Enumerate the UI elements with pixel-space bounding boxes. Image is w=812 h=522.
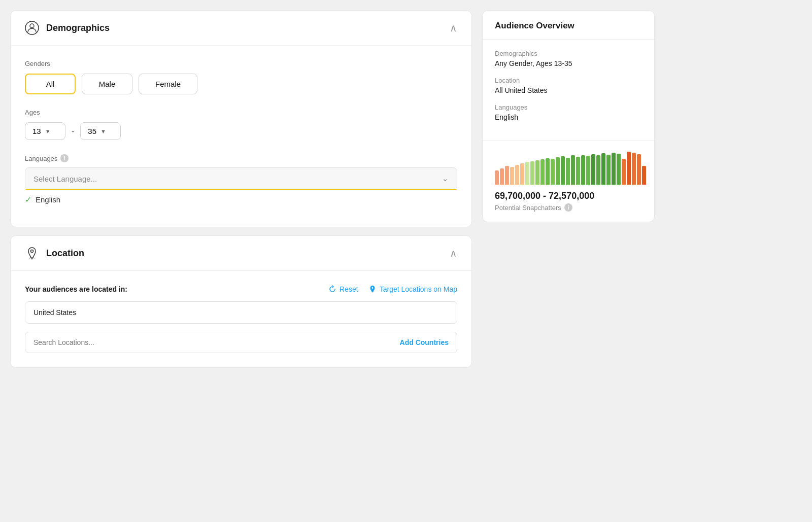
chart-bar <box>596 155 600 185</box>
demographics-card: Demographics ∧ Genders All Male Female A… <box>10 10 472 227</box>
overview-body: Demographics Any Gender, Ages 13-35 Loca… <box>483 40 654 141</box>
map-label: Target Locations on Map <box>380 285 457 293</box>
overview-demographics-section: Demographics Any Gender, Ages 13-35 <box>495 50 642 67</box>
location-header-left: Location <box>25 246 84 260</box>
chart-bar <box>612 153 616 185</box>
reset-button[interactable]: Reset <box>328 285 358 293</box>
age-max-value: 35 <box>88 127 96 135</box>
chart-bar <box>515 165 519 185</box>
demographics-collapse-icon[interactable]: ∧ <box>450 22 457 34</box>
genders-label: Genders <box>25 60 457 67</box>
location-actions: Reset Target Locations on Map <box>328 285 457 293</box>
chart-bar <box>591 154 595 185</box>
overview-demographics-value: Any Gender, Ages 13-35 <box>495 59 642 67</box>
language-dropdown[interactable]: Select Language... ⌄ <box>25 167 457 190</box>
age-min-value: 13 <box>32 127 41 135</box>
location-tag-container: United States <box>25 301 457 324</box>
chart-container: 69,700,000 - 72,570,000 Potential Snapch… <box>483 141 654 222</box>
chart-bar <box>530 161 534 185</box>
chart-bar <box>601 153 605 185</box>
reset-label: Reset <box>340 285 358 293</box>
chart-bar <box>581 155 585 185</box>
languages-section: Languages i Select Language... ⌄ ✓ Engli… <box>25 154 457 204</box>
overview-header: Audience Overview <box>483 11 654 40</box>
overview-languages-value: English <box>495 113 642 121</box>
language-placeholder: Select Language... <box>33 175 97 183</box>
chart-bar <box>500 168 504 185</box>
audiences-label: Your audiences are located in: <box>25 285 127 293</box>
svg-point-1 <box>30 24 34 28</box>
add-countries-button[interactable]: Add Countries <box>400 338 449 346</box>
chart-bar <box>505 166 509 185</box>
map-pin-icon <box>368 285 377 293</box>
gender-all-button[interactable]: All <box>25 74 76 94</box>
demographics-body: Genders All Male Female Ages 13 ▼ - 35 <box>11 46 471 227</box>
person-icon <box>25 21 39 35</box>
chart-bar <box>632 153 636 185</box>
selected-language-row: ✓ English <box>25 195 457 204</box>
chart-bar <box>606 155 611 185</box>
overview-title: Audience Overview <box>495 21 574 30</box>
audience-sub-label: Potential Snapchatters <box>495 204 561 212</box>
chart-bar <box>571 155 575 185</box>
ages-label: Ages <box>25 109 457 116</box>
audience-info-icon: i <box>564 203 572 212</box>
ages-row: 13 ▼ - 35 ▼ <box>25 122 457 140</box>
age-separator: - <box>72 127 74 136</box>
map-button[interactable]: Target Locations on Map <box>368 285 457 293</box>
svg-point-5 <box>371 287 373 289</box>
location-header-row: Your audiences are located in: Reset <box>25 285 457 293</box>
audience-label-row: Potential Snapchatters i <box>495 203 642 212</box>
gender-buttons: All Male Female <box>25 74 457 94</box>
demographics-header-left: Demographics <box>25 21 110 35</box>
location-body: Your audiences are located in: Reset <box>11 271 471 367</box>
language-chevron: ⌄ <box>442 174 449 183</box>
svg-point-3 <box>31 250 33 253</box>
overview-location-label: Location <box>495 77 642 84</box>
audience-overview-card: Audience Overview Demographics Any Gende… <box>482 10 655 222</box>
languages-info-icon: i <box>60 154 69 162</box>
overview-languages-label: Languages <box>495 103 642 111</box>
chart-bar <box>535 160 539 185</box>
overview-location-section: Location All United States <box>495 77 642 94</box>
overview-demographics-label: Demographics <box>495 50 642 57</box>
overview-location-value: All United States <box>495 86 642 94</box>
gender-male-button[interactable]: Male <box>82 74 132 94</box>
chart-bar <box>576 157 580 185</box>
overview-languages-section: Languages English <box>495 103 642 121</box>
age-max-select[interactable]: 35 ▼ <box>80 122 121 140</box>
chart-bar <box>556 157 560 185</box>
chart-bar <box>642 166 646 185</box>
age-max-chevron: ▼ <box>100 128 106 134</box>
search-locations-input[interactable] <box>33 338 400 346</box>
chart-bar <box>525 162 529 185</box>
gender-female-button[interactable]: Female <box>139 74 197 94</box>
languages-label-row: Languages i <box>25 154 457 162</box>
location-icon <box>25 246 39 260</box>
demographics-header: Demographics ∧ <box>11 11 471 46</box>
chart-bar <box>622 159 626 185</box>
chart-bar <box>637 154 641 185</box>
age-min-select[interactable]: 13 ▼ <box>25 122 65 140</box>
svg-point-2 <box>25 247 39 260</box>
demographics-title: Demographics <box>46 23 110 33</box>
audience-bar-chart <box>495 149 642 185</box>
chart-bar <box>617 154 621 185</box>
chart-bar <box>627 152 631 185</box>
location-collapse-icon[interactable]: ∧ <box>450 247 457 259</box>
chart-bar <box>561 156 565 185</box>
age-min-chevron: ▼ <box>45 128 51 134</box>
languages-label: Languages <box>25 155 57 162</box>
audience-range: 69,700,000 - 72,570,000 <box>495 191 642 201</box>
reset-icon <box>328 285 336 293</box>
location-header: Location ∧ <box>11 236 471 271</box>
chart-bar <box>495 170 499 185</box>
chart-bar <box>510 167 514 185</box>
chart-bar <box>566 158 570 185</box>
search-locations-row: Add Countries <box>25 332 457 353</box>
chart-bar <box>551 159 555 185</box>
location-card: Location ∧ Your audiences are located in… <box>10 235 472 368</box>
location-tag: United States <box>33 308 76 317</box>
ages-section: Ages 13 ▼ - 35 ▼ <box>25 109 457 140</box>
chart-bar <box>546 158 550 185</box>
